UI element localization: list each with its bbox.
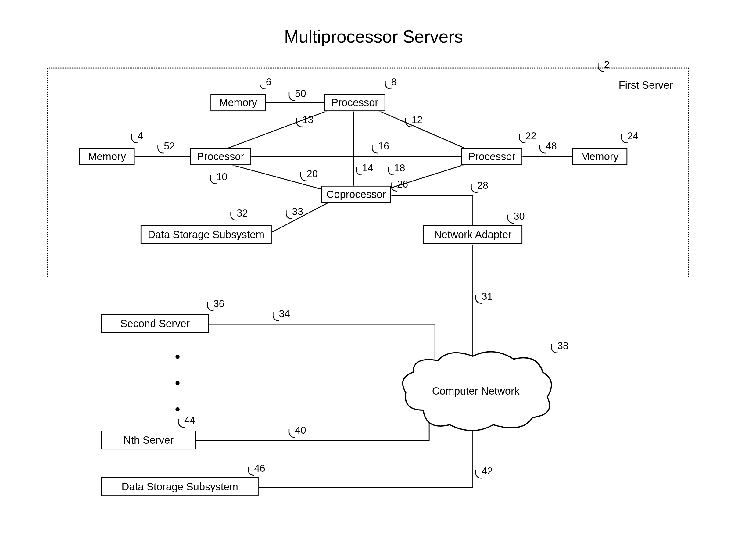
diagram-canvas: Multiprocessor Servers First Server 2: [12, 12, 735, 543]
processor-box-8: Processor: [324, 94, 385, 111]
ref-16: 16: [378, 140, 389, 152]
ref-2: 2: [604, 59, 610, 70]
ref-6: 6: [266, 76, 271, 88]
ref-32: 32: [237, 208, 248, 219]
diagram-title: Multiprocessor Servers: [12, 27, 735, 47]
ref-18: 18: [394, 162, 405, 173]
ref-8: 8: [391, 76, 397, 88]
ref-30: 30: [513, 210, 524, 222]
ref-48: 48: [546, 140, 557, 152]
ref-46: 46: [254, 463, 265, 474]
ref-20: 20: [307, 168, 318, 179]
ref-26: 26: [397, 178, 408, 190]
data-storage-box-32: Data Storage Subsystem: [140, 225, 272, 244]
ellipsis-dot: [175, 407, 179, 411]
ref-4: 4: [137, 130, 143, 141]
second-server-box: Second Server: [101, 314, 209, 333]
ref-14: 14: [362, 162, 373, 173]
ref-22: 22: [526, 130, 537, 141]
ref-28: 28: [477, 180, 488, 191]
ref-12: 12: [412, 114, 423, 126]
memory-box-6: Memory: [210, 94, 266, 111]
ref-44: 44: [184, 415, 195, 426]
ellipsis-dot: [175, 355, 179, 358]
ref-34: 34: [279, 308, 290, 319]
processor-box-22: Processor: [461, 148, 522, 165]
ref-42: 42: [481, 466, 493, 477]
memory-box-24: Memory: [572, 148, 628, 165]
ref-40: 40: [295, 425, 306, 436]
computer-network-cloud: Computer Network: [397, 349, 554, 433]
ref-24: 24: [627, 130, 638, 141]
first-server-label: First Server: [619, 79, 673, 91]
memory-box-4: Memory: [79, 148, 135, 165]
processor-box-10: Processor: [190, 148, 251, 165]
ref-13: 13: [302, 114, 313, 126]
ref-33: 33: [292, 206, 303, 217]
ref-31: 31: [481, 291, 493, 302]
ref-52: 52: [164, 140, 175, 152]
nth-server-box: Nth Server: [101, 431, 196, 450]
network-adapter-box: Network Adapter: [423, 225, 522, 244]
ref-38: 38: [557, 340, 569, 352]
coprocessor-box: Coprocessor: [321, 186, 391, 203]
ellipsis-dot: [175, 381, 179, 385]
ref-36: 36: [213, 298, 224, 309]
cloud-label: Computer Network: [432, 385, 520, 397]
data-storage-box-46: Data Storage Subsystem: [101, 477, 259, 496]
ref-10: 10: [216, 171, 227, 182]
ref-50: 50: [295, 88, 306, 99]
